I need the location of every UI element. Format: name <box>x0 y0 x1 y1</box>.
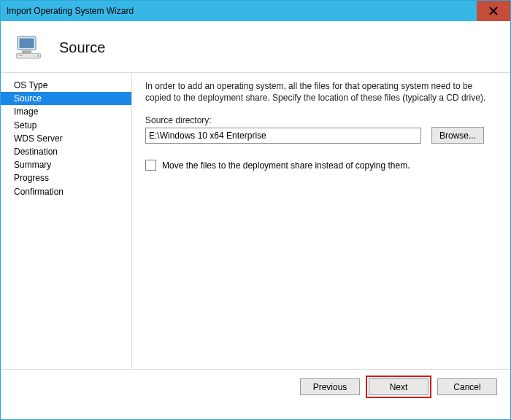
sidebar-item-label: Summary <box>14 160 51 170</box>
close-icon <box>489 7 498 15</box>
next-button-highlight: Next <box>366 376 431 398</box>
computer-icon <box>14 33 43 62</box>
svg-rect-3 <box>20 39 34 48</box>
cancel-button[interactable]: Cancel <box>437 378 497 395</box>
close-button[interactable] <box>477 1 510 21</box>
sidebar-item-label: Setup <box>14 120 36 131</box>
sidebar-item-summary[interactable]: Summary <box>1 158 131 171</box>
svg-rect-4 <box>23 51 31 53</box>
wizard-footer: Previous Next Cancel <box>1 369 510 404</box>
wizard-header: Source <box>1 21 510 73</box>
svg-rect-6 <box>19 55 23 56</box>
source-directory-label: Source directory: <box>145 115 497 125</box>
source-directory-row: Browse... <box>145 127 497 144</box>
sidebar-item-confirmation[interactable]: Confirmation <box>1 185 131 198</box>
sidebar-item-label: Source <box>14 93 42 104</box>
move-files-row: Move the files to the deployment share i… <box>145 160 497 171</box>
step-sidebar: OS Type Source Image Setup WDS Server De… <box>1 73 132 369</box>
svg-point-7 <box>37 55 39 57</box>
move-files-label: Move the files to the deployment share i… <box>162 160 410 171</box>
main-panel: In order to add an operating system, all… <box>132 73 510 369</box>
sidebar-item-label: Confirmation <box>14 187 64 197</box>
sidebar-item-progress[interactable]: Progress <box>1 171 131 184</box>
browse-button[interactable]: Browse... <box>431 127 484 144</box>
previous-button[interactable]: Previous <box>300 378 360 395</box>
wizard-body: OS Type Source Image Setup WDS Server De… <box>1 73 510 369</box>
sidebar-item-os-type[interactable]: OS Type <box>1 79 131 92</box>
next-button[interactable]: Next <box>369 378 429 395</box>
source-directory-input[interactable] <box>145 128 421 144</box>
titlebar: Import Operating System Wizard <box>1 1 510 21</box>
instructions-text: In order to add an operating system, all… <box>145 80 497 104</box>
sidebar-item-label: Destination <box>14 147 58 157</box>
sidebar-item-destination[interactable]: Destination <box>1 145 131 158</box>
sidebar-item-label: Image <box>14 106 38 117</box>
sidebar-item-wds-server[interactable]: WDS Server <box>1 132 131 145</box>
sidebar-item-image[interactable]: Image <box>1 105 131 118</box>
move-files-checkbox[interactable] <box>145 160 156 171</box>
sidebar-item-label: WDS Server <box>14 133 63 144</box>
sidebar-item-label: Progress <box>14 173 49 183</box>
sidebar-item-label: OS Type <box>14 80 47 90</box>
sidebar-item-source[interactable]: Source <box>1 92 131 105</box>
window-title: Import Operating System Wizard <box>7 6 134 16</box>
page-title: Source <box>59 39 105 56</box>
svg-rect-5 <box>16 53 40 58</box>
sidebar-item-setup[interactable]: Setup <box>1 119 131 132</box>
